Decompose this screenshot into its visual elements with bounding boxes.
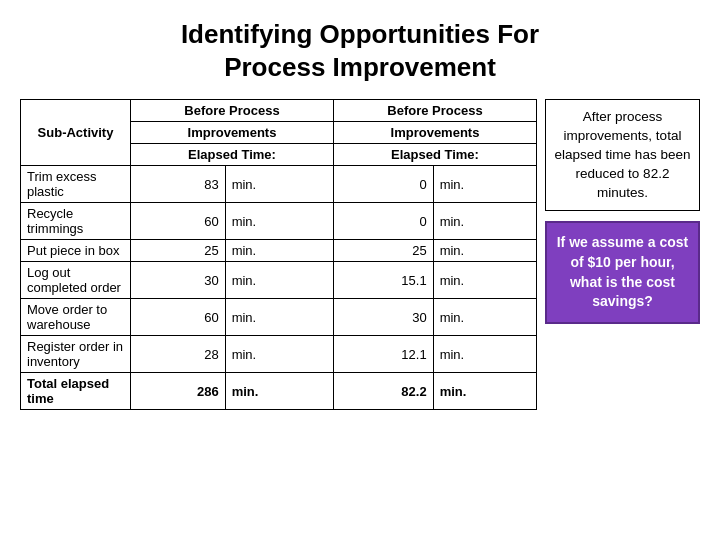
cell-before-val: 28 (131, 336, 226, 373)
cell-activity: Trim excess plastic (21, 166, 131, 203)
cell-activity: Total elapsed time (21, 373, 131, 410)
cell-activity: Log out completed order (21, 262, 131, 299)
cell-after-val: 15.1 (333, 262, 433, 299)
table-row: Trim excess plastic 83 min. 0 min. (21, 166, 537, 203)
cell-after-unit: min. (433, 373, 536, 410)
highlight-text: If we assume a cost of $10 per hour, wha… (557, 234, 689, 309)
table-row: Move order to warehouse 60 min. 30 min. (21, 299, 537, 336)
cell-after-val: 25 (333, 240, 433, 262)
cell-after-val: 12.1 (333, 336, 433, 373)
cell-before-unit: min. (225, 299, 333, 336)
col-header-subactivity: Sub-Activity (21, 100, 131, 166)
cell-after-val: 0 (333, 203, 433, 240)
cell-before-unit: min. (225, 240, 333, 262)
cell-after-val: 82.2 (333, 373, 433, 410)
cell-after-unit: min. (433, 336, 536, 373)
cell-activity: Move order to warehouse (21, 299, 131, 336)
right-panel: After process improvements, total elapse… (545, 99, 700, 324)
cell-before-unit: min. (225, 373, 333, 410)
col-header-group2-row3: Elapsed Time: (333, 144, 536, 166)
cell-before-unit: min. (225, 166, 333, 203)
cell-before-val: 286 (131, 373, 226, 410)
col-header-group1-row2: Improvements (131, 122, 334, 144)
cell-before-unit: min. (225, 336, 333, 373)
cell-after-unit: min. (433, 166, 536, 203)
cell-after-val: 30 (333, 299, 433, 336)
cell-activity: Put piece in box (21, 240, 131, 262)
cell-after-val: 0 (333, 166, 433, 203)
cell-after-unit: min. (433, 299, 536, 336)
page: Identifying Opportunities For Process Im… (0, 0, 720, 540)
col-header-group2-row2: Improvements (333, 122, 536, 144)
cell-before-unit: min. (225, 203, 333, 240)
table-row: Recycle trimmings 60 min. 0 min. (21, 203, 537, 240)
cell-activity: Register order in inventory (21, 336, 131, 373)
highlight-box: If we assume a cost of $10 per hour, wha… (545, 221, 700, 323)
content-area: Sub-Activity Before Process Before Proce… (20, 99, 700, 410)
cell-after-unit: min. (433, 203, 536, 240)
table-row: Register order in inventory 28 min. 12.1… (21, 336, 537, 373)
info-text: After process improvements, total elapse… (555, 109, 691, 200)
table-row: Total elapsed time 286 min. 82.2 min. (21, 373, 537, 410)
col-header-group1-row1: Before Process (131, 100, 334, 122)
data-table: Sub-Activity Before Process Before Proce… (20, 99, 537, 410)
cell-before-val: 60 (131, 299, 226, 336)
title-line2: Process Improvement (224, 52, 496, 82)
page-title: Identifying Opportunities For Process Im… (181, 18, 539, 83)
table-container: Sub-Activity Before Process Before Proce… (20, 99, 537, 410)
cell-after-unit: min. (433, 262, 536, 299)
cell-before-unit: min. (225, 262, 333, 299)
col-header-group1-row3: Elapsed Time: (131, 144, 334, 166)
cell-before-val: 25 (131, 240, 226, 262)
info-box: After process improvements, total elapse… (545, 99, 700, 211)
cell-before-val: 30 (131, 262, 226, 299)
col-header-group2-row1: Before Process (333, 100, 536, 122)
table-row: Log out completed order 30 min. 15.1 min… (21, 262, 537, 299)
cell-after-unit: min. (433, 240, 536, 262)
cell-before-val: 60 (131, 203, 226, 240)
cell-before-val: 83 (131, 166, 226, 203)
table-row: Put piece in box 25 min. 25 min. (21, 240, 537, 262)
title-line1: Identifying Opportunities For (181, 19, 539, 49)
cell-activity: Recycle trimmings (21, 203, 131, 240)
